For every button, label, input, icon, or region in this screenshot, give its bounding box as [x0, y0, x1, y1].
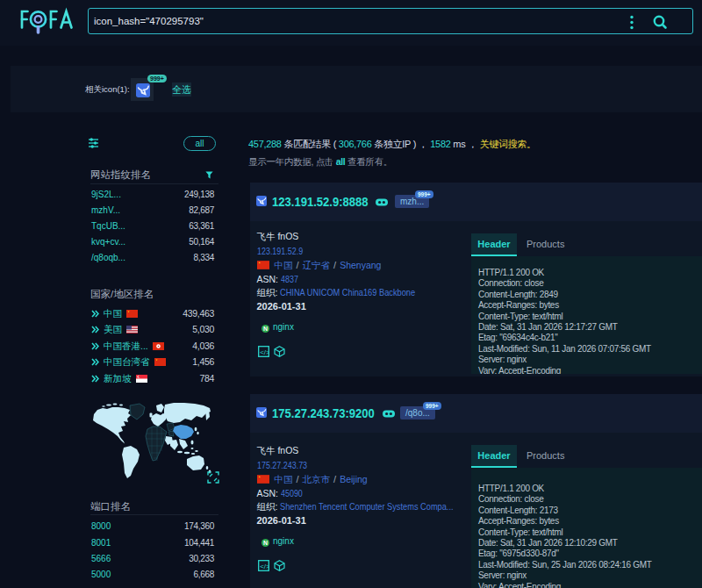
svg-text:</>: </> [260, 348, 269, 356]
svg-text:</>: </> [260, 563, 269, 570]
